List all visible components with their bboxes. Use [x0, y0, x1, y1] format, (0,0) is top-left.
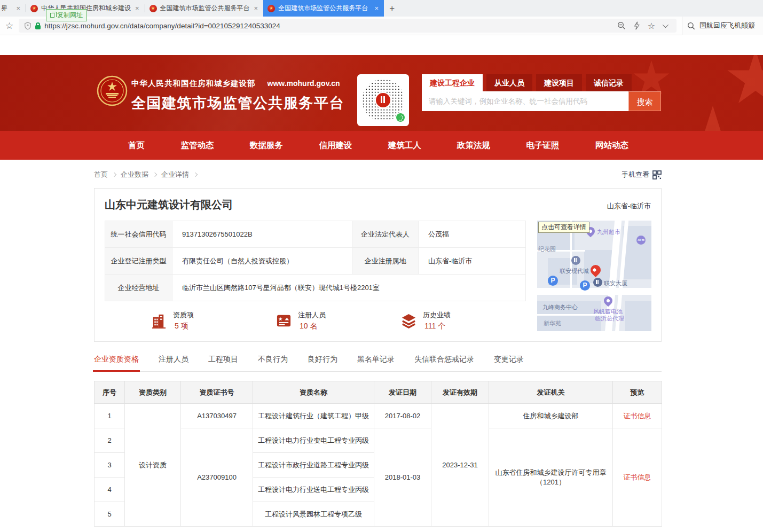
site-header: 中华人民共和国住房和城乡建设部 www.mohurd.gov.cn 全国建筑市场… [0, 55, 763, 131]
breadcrumb-company-data[interactable]: 企业数据 [121, 170, 148, 179]
detail-tabs: 企业资质资格 注册人员 工程项目 不良行为 良好行为 黑名单记录 失信联合惩戒记… [94, 355, 662, 372]
nav-credit[interactable]: 信用建设 [319, 140, 352, 151]
qualification-name: 工程设计风景园林工程专项乙级 [253, 502, 374, 527]
info-label: 企业注册属地 [352, 248, 419, 275]
table-row: 1 设计资质 A137030497 工程设计建筑行业（建筑工程）甲级 2017-… [95, 404, 662, 428]
close-icon[interactable]: × [15, 4, 21, 12]
stat-historical-performance[interactable]: 历史业绩 111 个 [400, 310, 525, 331]
breadcrumb-separator [193, 173, 198, 177]
company-location-map[interactable]: 九州超市 ATM 纪花园 联安现代城 联安大厦 P P 九峰商务中心 风帆蓄电池… [537, 221, 651, 331]
breadcrumb-home[interactable]: 首页 [94, 170, 108, 179]
stat-value: 111 个 [423, 322, 451, 331]
business-address-value: 临沂市兰山区陶然路107号星河晶都（联安）现代城1号楼2201室 [172, 275, 526, 301]
header-search-panel: 建设工程企业 从业人员 建设项目 诚信记录 搜索 [422, 74, 661, 111]
breadcrumb-company-detail[interactable]: 企业详情 [161, 170, 189, 179]
table-header-row: 序号 资质类别 资质证书号 资质名称 发证日期 发证有效期 发证机关 预览 [95, 381, 662, 404]
company-name: 山东中元建筑设计有限公司 [105, 198, 233, 212]
wechat-icon [395, 112, 406, 123]
platform-name: 全国建筑市场监管公共服务平台 [131, 93, 344, 113]
qr-code-icon[interactable] [652, 170, 662, 179]
address-bar[interactable]: https://jzsc.mohurd.gov.cn/data/company/… [19, 19, 677, 33]
url-text: https://jzsc.mohurd.gov.cn/data/company/… [44, 22, 280, 30]
nav-supervision[interactable]: 监管动态 [180, 140, 214, 151]
star-decoration [670, 106, 756, 131]
site-favicon-icon: ★ [268, 5, 275, 12]
search-button[interactable]: 搜索 [628, 91, 661, 111]
info-label: 企业经营地址 [105, 275, 172, 301]
col-authority: 发证机关 [489, 381, 613, 404]
map-label-garden: 纪花园 [538, 245, 556, 253]
building-marker-icon [593, 278, 602, 287]
shield-icon [24, 22, 32, 30]
lightning-icon[interactable] [633, 21, 640, 30]
map-label-tower: 联安大厦 [604, 279, 627, 287]
qualification-name: 工程设计建筑行业（建筑工程）甲级 [253, 404, 374, 428]
company-stats: 资质项 5 项 注册人员 10 名 [105, 310, 525, 331]
search-tab-enterprise[interactable]: 建设工程企业 [422, 74, 483, 91]
close-icon[interactable]: × [374, 4, 380, 12]
info-row: 企业经营地址 临沂市兰山区陶然路107号星河晶都（联安）现代城1号楼2201室 [105, 275, 526, 301]
row-no: 2 [95, 428, 125, 453]
close-icon[interactable]: × [134, 4, 140, 12]
stat-label: 资质项 [173, 310, 194, 320]
tab-blacklist[interactable]: 黑名单记录 [357, 355, 395, 364]
quick-search-text: 国航回应飞机颠簸 [699, 21, 755, 30]
atm-icon: ATM [636, 236, 646, 245]
stat-qualifications[interactable]: 资质项 5 项 [151, 310, 276, 331]
issue-date: 2017-08-02 [374, 404, 431, 428]
map-block [625, 301, 651, 331]
nav-site-news[interactable]: 网站动态 [595, 140, 628, 151]
site-favicon-icon: ★ [30, 5, 38, 12]
row-no: 4 [95, 478, 125, 502]
cert-no: A137030497 [181, 404, 253, 428]
browser-tab-3-active[interactable]: ★ 全国建筑市场监管公共服务平台 × [263, 0, 384, 17]
building-icon [151, 312, 167, 329]
tab-qualifications[interactable]: 企业资质资格 [94, 355, 139, 364]
bookmark-star-icon[interactable]: ☆ [5, 20, 13, 32]
tab-bad-behavior[interactable]: 不良行为 [258, 355, 288, 364]
browser-tab-2[interactable]: ★ 全国建筑市场监管公共服务平台 × [145, 0, 264, 17]
tab-change-records[interactable]: 变更记录 [494, 355, 524, 364]
nav-home[interactable]: 首页 [128, 140, 145, 151]
search-category-tabs: 建设工程企业 从业人员 建设项目 诚信记录 [422, 74, 661, 91]
browser-tab-0[interactable]: 界 × [0, 0, 26, 17]
new-tab-button[interactable]: + [384, 0, 400, 17]
qualification-name: 工程设计电力行业变电工程专业丙级 [253, 428, 374, 453]
tab-good-behavior[interactable]: 良好行为 [308, 355, 337, 364]
close-icon[interactable]: × [253, 4, 259, 12]
registration-region-value: 山东省-临沂市 [419, 248, 526, 275]
nav-workers[interactable]: 建筑工人 [388, 140, 421, 151]
valid-until: 2023-12-31 [431, 404, 489, 527]
search-tab-project[interactable]: 建设项目 [536, 74, 582, 91]
col-category: 资质类别 [125, 381, 181, 404]
tab-projects[interactable]: 工程项目 [208, 355, 238, 364]
info-label: 企业法定代表人 [352, 221, 419, 248]
keyword-search-input[interactable] [422, 91, 628, 111]
stat-value: 5 项 [173, 322, 194, 331]
map-label-battery2: 临沂总代理 [595, 315, 624, 323]
site-title-block: 中华人民共和国住房和城乡建设部 www.mohurd.gov.cn 全国建筑市场… [131, 79, 344, 113]
favorite-star-icon[interactable]: ☆ [648, 21, 655, 31]
stat-registered-personnel[interactable]: 注册人员 10 名 [276, 310, 400, 331]
chevron-down-icon[interactable] [663, 22, 668, 28]
tab-registered-personnel[interactable]: 注册人员 [159, 355, 188, 364]
search-tab-credit[interactable]: 诚信记录 [586, 74, 632, 91]
registration-type-value: 有限责任公司（自然人投资或控股） [172, 248, 352, 275]
nav-data-service[interactable]: 数据服务 [250, 140, 283, 151]
qr-code [357, 74, 409, 126]
breadcrumb-separator [153, 173, 157, 177]
certificate-info-link[interactable]: 证书信息 [624, 473, 651, 481]
copy-icon [50, 13, 54, 18]
certificate-info-link[interactable]: 证书信息 [624, 412, 651, 420]
nav-policy[interactable]: 政策法规 [457, 140, 490, 151]
tab-dishonesty-records[interactable]: 失信联合惩戒记录 [414, 355, 474, 364]
browser-quick-search[interactable]: 国航回应飞机颠簸 [682, 17, 763, 35]
search-tab-personnel[interactable]: 从业人员 [486, 74, 532, 91]
nav-e-license[interactable]: 电子证照 [526, 140, 560, 151]
parking-icon: P [580, 280, 590, 291]
map-tooltip: 点击可查看详情 [538, 222, 589, 233]
breadcrumb: 首页 企业数据 企业详情 手机查看 [94, 168, 662, 181]
mobile-view-label[interactable]: 手机查看 [622, 170, 649, 179]
zoom-out-icon[interactable] [617, 21, 626, 30]
col-cert-no: 资质证书号 [181, 381, 253, 404]
